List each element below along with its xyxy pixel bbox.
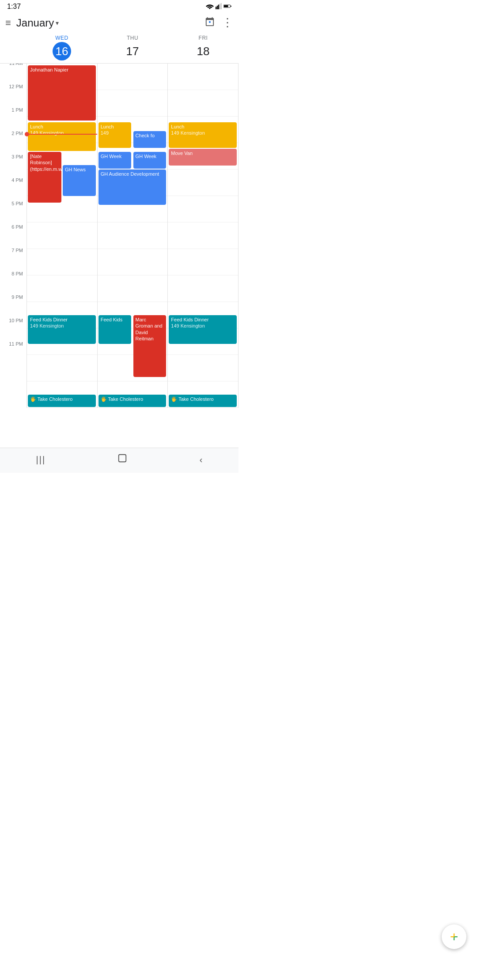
- day-name-thu: THU: [97, 35, 168, 41]
- time-1pm: 1 PM: [0, 107, 26, 134]
- dropdown-arrow: ▾: [56, 19, 59, 26]
- wifi-icon: [206, 3, 214, 11]
- event-marc-groman[interactable]: Marc Groman and David Reitman: [133, 315, 167, 377]
- time-6pm: 6 PM: [0, 224, 26, 251]
- event-lunch-thu-title: Lunch: [101, 124, 129, 130]
- day-name-wed: WED: [26, 35, 97, 41]
- event-lunch-fri-title: Lunch: [171, 124, 235, 130]
- event-gh-week-thu2[interactable]: GH Week: [133, 152, 167, 169]
- svg-rect-6: [224, 5, 228, 7]
- app-bar-right: ⋮: [205, 16, 233, 30]
- event-gh-week-thu2-title: GH Week: [136, 153, 164, 159]
- event-marc-groman-title: Marc Groman and David Reitman: [136, 317, 164, 342]
- status-icons: [206, 3, 231, 11]
- current-time-line: [27, 132, 97, 136]
- calendar-today-icon[interactable]: [205, 17, 215, 29]
- day-column-thu: Lunch 149 Check fo GH Week GH Week GH: [97, 64, 168, 408]
- event-feed-wed-title: Feed Kids Dinner: [30, 317, 94, 323]
- svg-rect-9: [119, 455, 126, 462]
- event-feed-fri-title: Feed Kids Dinner: [171, 317, 235, 323]
- status-time: 1:37: [7, 3, 21, 11]
- app-bar: ≡ January ▾ ⋮: [0, 12, 238, 33]
- more-options-icon[interactable]: ⋮: [222, 16, 233, 30]
- svg-rect-3: [220, 4, 220, 9]
- event-take-chol-thu-title: 🖐 Take Cholestero: [101, 396, 164, 402]
- time-gutter: 11 AM 12 PM 1 PM 2 PM 3 PM 4 PM 5 PM 6 P…: [0, 64, 26, 408]
- event-lunch-thu[interactable]: Lunch 149: [98, 122, 132, 148]
- day-num-fri: 18: [194, 42, 212, 60]
- event-feed-thu[interactable]: Feed Kids: [98, 315, 132, 344]
- event-gh-audience[interactable]: GH Audience Development: [98, 170, 167, 205]
- back-icon[interactable]: ‹: [200, 455, 203, 465]
- event-take-chol-fri[interactable]: 🖐 Take Cholestero: [169, 395, 237, 407]
- time-8pm: 8 PM: [0, 271, 26, 298]
- event-take-chol-wed-title: 🖐 Take Cholestero: [30, 396, 94, 402]
- event-lunch-wed[interactable]: Lunch 149 Kensington: [28, 122, 96, 151]
- event-take-chol-wed[interactable]: 🖐 Take Cholestero: [28, 395, 96, 407]
- event-lunch-wed-title: Lunch: [30, 124, 94, 130]
- recent-apps-icon[interactable]: |||: [36, 455, 46, 465]
- day-header-wed[interactable]: WED 16: [26, 33, 97, 63]
- day-header-thu[interactable]: THU 17: [97, 33, 168, 63]
- event-lunch-fri[interactable]: Lunch 149 Kensington: [169, 122, 237, 148]
- days-area: Johnathan Napier Lunch 149 Kensington [N…: [26, 64, 238, 408]
- day-num-wed: 16: [53, 42, 71, 60]
- day-name-fri: FRI: [168, 35, 238, 41]
- svg-rect-7: [231, 5, 231, 6]
- time-3pm: 3 PM: [0, 154, 26, 181]
- battery-icon: [223, 4, 231, 10]
- status-bar: 1:37: [0, 0, 238, 12]
- event-johnathan-title: Johnathan Napier: [30, 67, 94, 73]
- time-7pm: 7 PM: [0, 248, 26, 274]
- event-johnathan[interactable]: Johnathan Napier: [28, 65, 96, 121]
- event-take-chol-fri-title: 🖐 Take Cholestero: [171, 396, 235, 402]
- event-gh-week-thu1-title: GH Week: [101, 153, 129, 159]
- current-time-dot: [25, 132, 29, 136]
- day-header-fri[interactable]: FRI 18: [168, 33, 238, 63]
- time-4pm: 4 PM: [0, 177, 26, 204]
- time-12pm: 12 PM: [0, 84, 26, 110]
- event-move-van-title: Move Van: [171, 150, 235, 156]
- day-num-thu: 17: [123, 42, 142, 60]
- month-label: January: [16, 17, 54, 29]
- event-nate[interactable]: [Nate Robinson](https://en.m.wikipedia.o…: [28, 152, 61, 203]
- event-check-fo[interactable]: Check fo: [133, 131, 167, 148]
- hamburger-icon[interactable]: ≡: [5, 17, 11, 29]
- home-icon[interactable]: [117, 453, 127, 466]
- event-lunch-thu-subtitle: 149: [101, 130, 129, 136]
- signal-icon: [216, 3, 222, 11]
- day-headers: WED 16 THU 17 FRI 18: [0, 33, 238, 64]
- day-column-wed: Johnathan Napier Lunch 149 Kensington [N…: [26, 64, 97, 408]
- time-10pm: 10 PM: [0, 318, 26, 344]
- calendar-scroll[interactable]: 11 AM 12 PM 1 PM 2 PM 3 PM 4 PM 5 PM 6 P…: [0, 64, 238, 448]
- time-11pm: 11 PM: [0, 341, 26, 368]
- time-gutter-header: [0, 33, 26, 63]
- event-feed-thu-title: Feed Kids: [101, 317, 129, 323]
- time-9pm: 9 PM: [0, 294, 26, 321]
- month-title[interactable]: January ▾: [16, 17, 59, 29]
- event-feed-wed[interactable]: Feed Kids Dinner 149 Kensington: [28, 315, 96, 344]
- event-feed-fri[interactable]: Feed Kids Dinner 149 Kensington: [169, 315, 237, 344]
- event-lunch-fri-subtitle: 149 Kensington: [171, 130, 235, 136]
- current-time-bar: [29, 134, 97, 135]
- nav-bar: ||| ‹: [0, 448, 238, 473]
- svg-rect-0: [216, 7, 216, 9]
- event-check-fo-title: Check fo: [136, 132, 164, 139]
- calendar-grid: 11 AM 12 PM 1 PM 2 PM 3 PM 4 PM 5 PM 6 P…: [0, 64, 238, 408]
- event-gh-news-title: GH News: [65, 166, 94, 173]
- svg-rect-8: [209, 21, 211, 23]
- event-gh-news[interactable]: GH News: [63, 165, 96, 196]
- event-gh-week-thu1[interactable]: GH Week: [98, 152, 132, 169]
- svg-rect-1: [217, 5, 218, 9]
- event-feed-fri-subtitle: 149 Kensington: [171, 323, 235, 329]
- event-nate-title: [Nate Robinson](https://en.m.wikipedia.o…: [30, 153, 59, 172]
- time-2pm: 2 PM: [0, 131, 26, 157]
- day-column-fri: Lunch 149 Kensington Move Van Feed Kids …: [167, 64, 238, 408]
- event-take-chol-thu[interactable]: 🖐 Take Cholestero: [98, 395, 167, 407]
- svg-rect-2: [218, 4, 219, 9]
- event-feed-wed-subtitle: 149 Kensington: [30, 323, 94, 329]
- app-bar-left: ≡ January ▾: [5, 17, 59, 29]
- event-move-van[interactable]: Move Van: [169, 149, 237, 166]
- time-5pm: 5 PM: [0, 201, 26, 227]
- svg-rect-4: [221, 3, 222, 9]
